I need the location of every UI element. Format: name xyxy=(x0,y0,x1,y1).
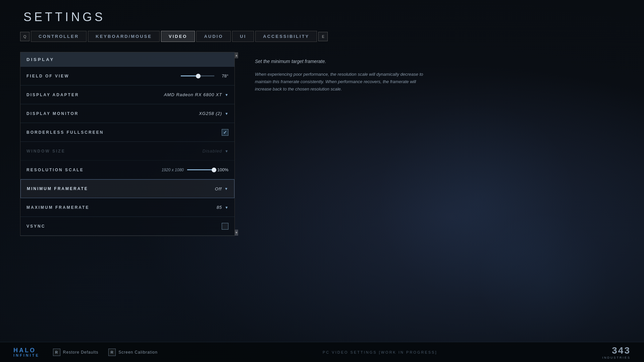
display-monitor-row: DISPLAY MONITOR XG258 (2) ▼ xyxy=(20,104,234,123)
maximum-framerate-arrow: ▼ xyxy=(225,205,228,209)
studio-logo-wrapper: 343 INDUSTRIES xyxy=(602,345,631,359)
tab-keyboard-mouse[interactable]: KEYBOARD/MOUSE xyxy=(88,31,160,42)
resolution-value: 644 x 362 xyxy=(162,168,184,172)
display-monitor-dropdown[interactable]: XG258 (2) ▼ xyxy=(199,111,228,116)
resolution-scale-label: RESOLUTION SCALE xyxy=(26,168,84,172)
maximum-framerate-label: MAXIMUM FRAMERATE xyxy=(26,205,89,210)
tab-audio[interactable]: AUDIO xyxy=(196,31,231,42)
settings-panel: ▲ DISPLAY FIELD OF VIEW 78° DISPLA xyxy=(20,52,235,236)
vsync-label: VSYNC xyxy=(26,224,45,229)
description-body: When experiencing poor performance, the … xyxy=(255,71,426,93)
left-tab-key: Q xyxy=(20,32,30,41)
vsync-row: VSYNC xyxy=(20,217,234,236)
maximum-framerate-value: 85 xyxy=(217,205,222,210)
tab-accessibility[interactable]: ACCESSIBILITY xyxy=(255,31,317,42)
resolution-scale-slider[interactable]: 644 x 362 100% xyxy=(162,167,228,172)
bottom-actions: R Restore Defaults R Screen Calibration xyxy=(53,349,158,356)
right-tab-key: E xyxy=(318,32,328,41)
display-adapter-dropdown[interactable]: AMD Radeon RX 6800 XT ▼ xyxy=(164,92,228,97)
calibration-key-badge: R xyxy=(108,349,116,356)
display-monitor-arrow: ▼ xyxy=(225,112,228,116)
tab-ui[interactable]: UI xyxy=(232,31,254,42)
content-area: ▲ DISPLAY FIELD OF VIEW 78° DISPLA xyxy=(20,52,631,236)
restore-key-badge: R xyxy=(53,349,60,356)
halo-logo: HALO INFINITE xyxy=(13,347,40,357)
borderless-fullscreen-row: BORDERLESS FULLSCREEN ✓ xyxy=(20,123,234,142)
restore-defaults-action[interactable]: R Restore Defaults xyxy=(53,349,98,356)
calibration-label: Screen Calibration xyxy=(118,350,158,355)
description-title: Set the minimum target framerate. xyxy=(255,59,426,64)
studio-number: 343 xyxy=(602,345,631,356)
window-size-row: WINDOW SIZE Disabled ▼ xyxy=(20,142,234,161)
minimum-framerate-label: MINIMUM FRAMERATE xyxy=(27,186,88,191)
field-of-view-slider[interactable]: 78° xyxy=(181,73,228,78)
screen-calibration-action[interactable]: R Screen Calibration xyxy=(108,349,158,356)
display-adapter-value: AMD Radeon RX 6800 XT xyxy=(164,92,222,97)
vsync-checkbox[interactable] xyxy=(222,223,228,230)
borderless-fullscreen-checkbox[interactable]: ✓ xyxy=(222,129,228,136)
display-adapter-row: DISPLAY ADAPTER AMD Radeon RX 6800 XT ▼ xyxy=(20,85,234,104)
page-title: SETTINGS xyxy=(23,10,631,24)
display-adapter-label: DISPLAY ADAPTER xyxy=(26,93,79,97)
window-size-arrow: ▼ xyxy=(225,149,228,153)
halo-title: HALO xyxy=(13,347,36,353)
scroll-up-arrow[interactable]: ▲ xyxy=(235,52,238,58)
borderless-fullscreen-label: BORDERLESS FULLSCREEN xyxy=(26,130,104,135)
restore-defaults-label: Restore Defaults xyxy=(63,350,98,355)
field-of-view-label: FIELD OF VIEW xyxy=(26,74,69,78)
tab-video[interactable]: VIDEO xyxy=(161,31,195,42)
minimum-framerate-value: Off xyxy=(215,186,222,191)
window-size-dropdown: Disabled ▼ xyxy=(203,148,228,154)
window-size-value: Disabled xyxy=(203,148,222,154)
minimum-framerate-dropdown[interactable]: Off ▼ xyxy=(215,186,228,191)
minimum-framerate-row[interactable]: MINIMUM FRAMERATE Off ▼ xyxy=(20,179,234,198)
resolution-percent: 100% xyxy=(217,167,228,172)
description-panel: Set the minimum target framerate. When e… xyxy=(248,52,433,236)
display-section-header: DISPLAY xyxy=(20,52,234,67)
window-size-label: WINDOW SIZE xyxy=(26,149,65,154)
bottom-bar: HALO INFINITE R Restore Defaults R Scree… xyxy=(0,342,644,362)
minimum-framerate-arrow: ▼ xyxy=(224,187,228,191)
scroll-down-arrow[interactable]: ▼ xyxy=(235,230,238,236)
maximum-framerate-row: MAXIMUM FRAMERATE 85 ▼ xyxy=(20,198,234,217)
resolution-scale-row: RESOLUTION SCALE 644 x 362 100% xyxy=(20,161,234,179)
display-monitor-value: XG258 (2) xyxy=(199,111,222,116)
tab-navigation: Q CONTROLLER KEYBOARD/MOUSE VIDEO AUDIO … xyxy=(20,31,631,42)
checkbox-check-icon: ✓ xyxy=(223,130,227,135)
field-of-view-row: FIELD OF VIEW 78° xyxy=(20,67,234,85)
display-monitor-label: DISPLAY MONITOR xyxy=(26,111,78,116)
studio-sub-text: INDUSTRIES xyxy=(602,356,631,359)
field-of-view-value: 78° xyxy=(218,73,228,78)
tab-controller[interactable]: CONTROLLER xyxy=(31,31,87,42)
display-adapter-arrow: ▼ xyxy=(225,93,228,97)
display-label: DISPLAY xyxy=(26,57,54,62)
halo-subtitle: INFINITE xyxy=(13,353,40,357)
bottom-center-text: PC VIDEO SETTINGS [WORK IN PROGRESS] xyxy=(158,350,602,354)
maximum-framerate-dropdown[interactable]: 85 ▼ xyxy=(217,205,228,210)
